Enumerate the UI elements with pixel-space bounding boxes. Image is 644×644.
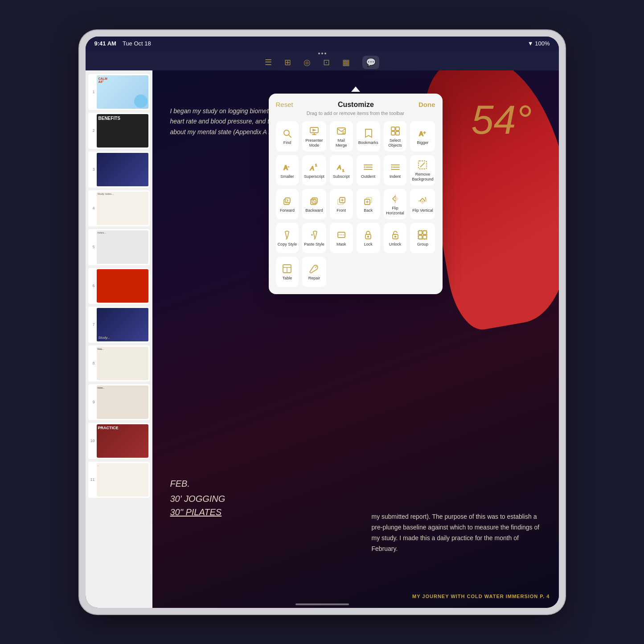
slide-thumb-9[interactable]: 9 notes... [88, 384, 150, 420]
modal-item-outdent[interactable]: Outdent [357, 155, 380, 185]
svg-text:A: A [310, 165, 314, 172]
wifi-icon: ▼ 100% [528, 40, 550, 47]
svg-text:A: A [419, 130, 423, 137]
svg-rect-12 [396, 131, 399, 135]
svg-text:1: 1 [342, 168, 345, 172]
modal-item-find[interactable]: Find [276, 121, 299, 152]
slide-thumb-11[interactable]: 11 ... [88, 462, 150, 498]
slide-thumb-3[interactable]: 3 [88, 152, 150, 188]
presenter-mode-label: Presenter Mode [304, 138, 324, 148]
modal-item-copy-style[interactable]: Copy Style [276, 223, 299, 253]
canvas-area: 54° I began my study on logging biometri… [152, 70, 559, 608]
modal-item-repair[interactable]: Repair [302, 257, 326, 287]
modal-item-lock[interactable]: Lock [357, 223, 380, 253]
slide-thumb-10[interactable]: 10 PRACTICE [88, 423, 150, 459]
modal-item-front[interactable]: Front [330, 189, 353, 219]
modal-item-back[interactable]: Back [357, 189, 380, 219]
modal-item-group[interactable]: Group [410, 223, 435, 253]
svg-rect-59 [418, 230, 427, 239]
slide-thumb-5[interactable]: 5 notes... [88, 229, 150, 265]
modal-item-table-tool[interactable]: Table [276, 257, 299, 287]
modal-item-select-objects[interactable]: Select Objects [384, 121, 407, 152]
modal-item-indent[interactable]: Indent [384, 155, 407, 185]
flip-vertical-label: Flip Vertical [412, 208, 433, 213]
group-label: Group [417, 242, 428, 247]
outdent-label: Outdent [361, 174, 375, 179]
subscript-label: Subscript [333, 174, 350, 179]
reset-button[interactable]: Reset [276, 101, 293, 108]
modal-item-presenter[interactable]: Presenter Mode [302, 121, 326, 152]
customize-modal-overlay: Reset Customize Done Drag to add or remo… [152, 70, 559, 608]
toolbar-dots [318, 53, 326, 54]
modal-item-mail-merge[interactable]: Mail Merge [330, 121, 353, 152]
remove-background-label: Remove Background [412, 172, 433, 182]
format-icon[interactable]: ☰ [265, 57, 272, 67]
done-button[interactable]: Done [418, 101, 435, 108]
slide-preview-9: notes... [97, 386, 148, 419]
unlock-label: Unlock [389, 242, 402, 247]
modal-item-remove-background[interactable]: Remove Background [410, 155, 435, 185]
svg-text:-: - [288, 164, 289, 169]
svg-rect-11 [391, 131, 395, 135]
modal-item-forward[interactable]: Forward [276, 189, 299, 219]
modal-item-superscript[interactable]: A 1 Superscript [302, 155, 326, 185]
flip-horizontal-label: Flip Horizontal [386, 206, 405, 216]
svg-point-52 [368, 236, 369, 238]
modal-item-backward[interactable]: Backward [302, 189, 326, 219]
mask-label: Mask [336, 242, 346, 247]
svg-rect-10 [396, 127, 399, 131]
slide-preview-4: Study notes... [97, 192, 148, 225]
slides-sidebar[interactable]: 1 CALMA5° 2 BENEFITS 3 [86, 70, 152, 608]
modal-item-flip-vertical[interactable]: Flip Vertical [410, 189, 435, 219]
modal-subtitle: Drag to add or remove items from the too… [276, 111, 435, 116]
modal-item-mask[interactable]: Mask [330, 223, 353, 253]
svg-text:1: 1 [315, 163, 317, 167]
back-label: Back [364, 208, 373, 213]
paste-style-label: Paste Style [304, 242, 324, 247]
svg-rect-9 [391, 127, 395, 131]
status-left: 9:41 AM Tue Oct 18 [94, 40, 151, 47]
insert-toolbar-icon[interactable]: ▦ [342, 57, 350, 67]
svg-rect-57 [418, 235, 422, 239]
indent-label: Indent [390, 174, 401, 179]
status-time: 9:41 AM [94, 40, 116, 47]
lock-label: Lock [364, 242, 373, 247]
customize-modal: Reset Customize Done Drag to add or remo… [269, 94, 443, 294]
backward-label: Backward [305, 208, 323, 213]
slide-preview-10: PRACTICE [97, 424, 148, 458]
svg-text:A: A [337, 164, 341, 171]
modal-item-smaller[interactable]: A - Smaller [276, 155, 299, 185]
slide-thumb-1[interactable]: 1 CALMA5° [88, 74, 150, 110]
modal-item-unlock[interactable]: Unlock [384, 223, 407, 253]
svg-point-54 [394, 236, 396, 238]
media-toolbar-icon[interactable]: ⊡ [323, 57, 330, 67]
repair-label: Repair [308, 276, 320, 281]
slide-preview-2: BENEFITS [97, 114, 148, 148]
slide-thumb-7[interactable]: 7 Study... [88, 307, 150, 343]
table-tool-label: Table [283, 276, 292, 281]
device-screen: 9:41 AM Tue Oct 18 ▼ 100% ☰ ⊞ ◎ ⊡ ▦ 💬 [86, 37, 559, 608]
comment-toolbar-icon[interactable]: 💬 [362, 56, 379, 69]
bookmarks-label: Bookmarks [358, 140, 378, 145]
modal-item-subscript[interactable]: A 1 Subscript [330, 155, 353, 185]
modal-item-bigger[interactable]: A + Bigger [410, 121, 435, 152]
slide-preview-3 [97, 153, 148, 186]
svg-text:A: A [283, 164, 288, 171]
modal-item-bookmarks[interactable]: Bookmarks [357, 121, 380, 152]
modal-header: Reset Customize Done [276, 101, 435, 109]
svg-rect-55 [418, 231, 422, 234]
toolbar: ☰ ⊞ ◎ ⊡ ▦ 💬 [86, 51, 559, 70]
table-toolbar-icon[interactable]: ⊞ [284, 57, 291, 67]
slide-preview-1: CALMA5° [97, 75, 148, 109]
svg-line-44 [425, 197, 426, 200]
svg-line-63 [315, 266, 317, 268]
svg-rect-56 [423, 231, 427, 234]
shapes-toolbar-icon[interactable]: ◎ [304, 57, 311, 67]
modal-item-flip-horizontal[interactable]: Flip Horizontal [384, 189, 407, 219]
slide-preview-8: Data... [97, 347, 148, 380]
modal-item-paste-style[interactable]: Paste Style [302, 223, 326, 253]
slide-thumb-2[interactable]: 2 BENEFITS [88, 113, 150, 149]
slide-thumb-6[interactable]: 6 [88, 268, 150, 304]
slide-thumb-8[interactable]: 8 Data... [88, 345, 150, 381]
slide-thumb-4[interactable]: 4 Study notes... [88, 190, 150, 226]
